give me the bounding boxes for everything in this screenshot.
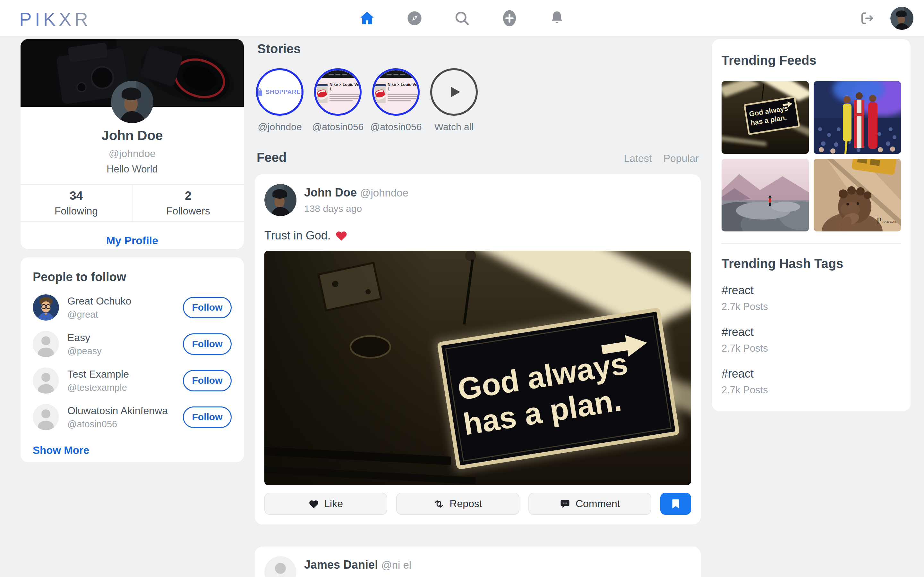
follow-button[interactable]: Follow [183, 334, 232, 355]
hashtag: #react [722, 367, 901, 380]
follow-button[interactable]: Follow [183, 370, 232, 392]
people-to-follow-card: People to follow Great Ochuko @great Fol… [21, 258, 244, 462]
user-name: Great Ochuko [67, 295, 131, 307]
user-avatar[interactable] [33, 331, 59, 357]
tab-latest[interactable]: Latest [624, 153, 652, 164]
feed-title: Feed [257, 150, 286, 165]
hashtag-item[interactable]: #react 2.7k Posts [722, 367, 901, 396]
user-handle: @great [67, 309, 131, 320]
user-handle: @testexample [67, 382, 129, 393]
profile-name: John Doe [21, 128, 244, 143]
post-image[interactable]: God always has a plan. [264, 251, 691, 485]
story-item[interactable]: Nike × Louis Vuitt 1 @atosin056 [372, 68, 420, 132]
repost-button[interactable]: Repost [396, 493, 519, 515]
feed-header: Feed Latest Popular [255, 150, 701, 165]
user-info: Great Ochuko @great [67, 295, 131, 320]
trending-feeds-grid: God always has a plan. [722, 81, 901, 231]
hashtag-post-count: 2.7k Posts [722, 301, 901, 313]
watermark-text: IRA'S EDIT. [882, 220, 897, 223]
story-label: @atosin056 [312, 121, 364, 132]
bookmark-button[interactable] [660, 493, 691, 515]
feed-post: James Daniel @ni el 146 days ago [255, 546, 701, 577]
trending-image-desert[interactable] [722, 159, 809, 231]
stories-title: Stories [255, 42, 701, 56]
play-icon [448, 85, 463, 99]
trending-image-award-show[interactable] [814, 81, 901, 154]
post-author-avatar[interactable] [264, 556, 296, 577]
notifications-bell-icon[interactable] [548, 9, 566, 27]
sneaker-image [316, 78, 329, 114]
profile-avatar[interactable] [111, 81, 153, 123]
logout-icon[interactable] [858, 9, 876, 27]
following-stat[interactable]: 34 Following [21, 185, 132, 221]
post-author-name: James Daniel [304, 558, 378, 571]
story-label: @johndoe [258, 121, 302, 132]
post-author-name: John Doe [304, 186, 357, 199]
red-heart-emoji [335, 230, 347, 242]
show-more-link[interactable]: Show More [33, 444, 232, 456]
hashtag-item[interactable]: #react 2.7k Posts [722, 284, 901, 313]
hashtag-post-count: 2.7k Posts [722, 343, 901, 354]
mini-browser-bar [374, 70, 418, 78]
like-button[interactable]: Like [264, 493, 387, 515]
feed-post: John Doe @johndoe 138 days ago Trust in … [255, 174, 701, 524]
post-timestamp: 138 days ago [304, 203, 409, 214]
mini-browser-bar [316, 70, 360, 78]
follow-button[interactable]: Follow [183, 406, 232, 428]
user-name: Easy [67, 332, 102, 343]
suggested-user-row: Easy @peasy Follow [33, 331, 232, 357]
watch-all-story[interactable]: Watch all [430, 68, 478, 132]
comment-button[interactable]: Comment [528, 493, 651, 515]
user-avatar[interactable] [33, 294, 59, 321]
post-author-line[interactable]: James Daniel @ni el [304, 558, 411, 572]
explore-compass-icon[interactable] [405, 9, 423, 27]
post-author-handle: @johndoe [360, 187, 409, 199]
post-author-line[interactable]: John Doe @johndoe [304, 186, 409, 199]
suggested-user-row: Great Ochuko @great Follow [33, 294, 232, 321]
story-item[interactable]: Nike × Louis Vuitt 1 @atosin056 [314, 68, 362, 132]
app-logo[interactable]: PIKXR [19, 8, 91, 30]
user-name: Test Example [67, 368, 129, 380]
trending-image-sign[interactable]: God always has a plan. [722, 81, 809, 154]
user-avatar[interactable] [33, 367, 59, 394]
follow-button[interactable]: Follow [183, 297, 232, 318]
user-info: Oluwatosin Akinfenwa @atosin056 [67, 405, 168, 430]
header-profile-avatar[interactable] [890, 7, 913, 30]
followers-count: 2 [185, 189, 192, 203]
profile-bio: Hello World [21, 163, 244, 175]
main-feed-column: Stories SHOPPAREL @johndoe [255, 39, 701, 577]
following-count: 34 [69, 189, 83, 203]
create-plus-icon[interactable] [501, 9, 519, 27]
following-label: Following [55, 205, 98, 217]
story-label: Watch all [435, 121, 473, 132]
tab-popular[interactable]: Popular [664, 153, 699, 164]
trending-hashtags-title: Trending Hash Tags [722, 256, 901, 271]
story-thumbnail: Nike × Louis Vuitt 1 [314, 68, 362, 116]
trending-image-sepia-child[interactable]: P IRA'S EDIT. [814, 159, 901, 231]
hashtag-item[interactable]: #react 2.7k Posts [722, 326, 901, 354]
my-profile-link[interactable]: My Profile [21, 222, 244, 249]
post-header: John Doe @johndoe 138 days ago [264, 184, 691, 216]
bookmark-icon [671, 498, 680, 509]
post-action-bar: Like Repost Comment [264, 493, 691, 515]
right-sidebar: Trending Feeds [712, 39, 911, 577]
post-body: Trust in God. [264, 229, 691, 242]
post-header: James Daniel @ni el 146 days ago [264, 556, 691, 577]
post-author-avatar[interactable] [264, 184, 296, 216]
story-item[interactable]: SHOPPAREL @johndoe [256, 68, 304, 132]
heart-icon [309, 499, 319, 509]
user-name: Oluwatosin Akinfenwa [67, 405, 168, 417]
story-label: @atosin056 [370, 121, 422, 132]
hashtag: #react [722, 326, 901, 339]
profile-handle: @johndoe [21, 148, 244, 160]
hashtag: #react [722, 284, 901, 297]
user-avatar[interactable] [33, 404, 59, 430]
stories-row: SHOPPAREL @johndoe Nike × Louis V [255, 68, 701, 132]
feed-sort-tabs: Latest Popular [624, 153, 699, 164]
search-icon[interactable] [453, 9, 471, 27]
followers-label: Followers [166, 205, 210, 217]
followers-stat[interactable]: 2 Followers [132, 185, 244, 221]
home-icon[interactable] [358, 9, 376, 27]
user-info: Easy @peasy [67, 332, 102, 356]
main-nav [358, 0, 566, 37]
